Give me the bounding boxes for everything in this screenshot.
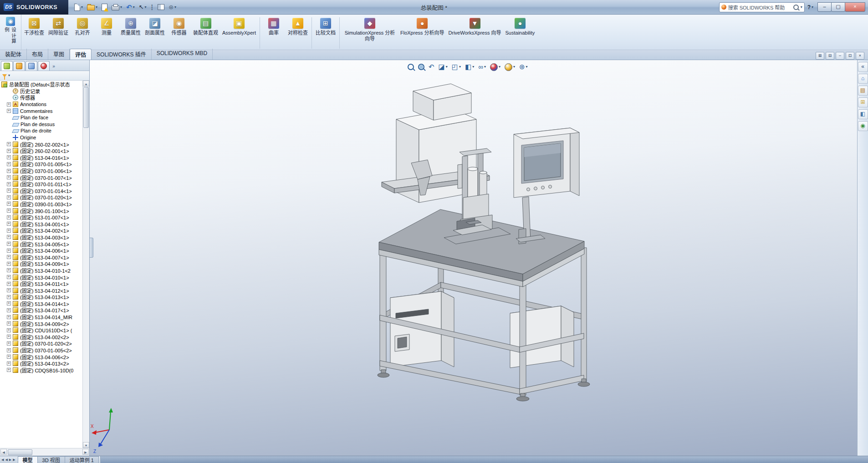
expand-icon[interactable]: + <box>7 229 11 233</box>
expand-icon[interactable]: + <box>7 242 11 246</box>
expand-icon[interactable]: + <box>7 182 11 186</box>
design-library-icon[interactable]: ▤ <box>858 86 868 96</box>
tree-item[interactable]: +(固定) 513-04-017<1> <box>0 307 89 314</box>
file-explorer-icon[interactable]: ⊞ <box>858 97 868 107</box>
expand-icon[interactable]: + <box>7 255 11 259</box>
tab-solidworks-addins[interactable]: SOLIDWORKS 插件 <box>92 49 152 60</box>
select-button[interactable]: ↖▾ <box>138 3 148 12</box>
scrollbar-down-icon[interactable]: ▼ <box>83 442 89 448</box>
featuremanager-tab[interactable] <box>1 61 13 71</box>
tab-assembly[interactable]: 装配体 <box>0 49 27 60</box>
assemblyxpert-button[interactable]: ▣AssemblyXpert <box>220 16 258 37</box>
tree-item[interactable]: +(固定) 513-04-002<2> <box>0 334 89 341</box>
expand-icon[interactable]: + <box>7 355 11 359</box>
expand-icon[interactable]: + <box>7 341 11 346</box>
toolbar-grip-button[interactable]: ┇ <box>149 3 155 12</box>
tree-item[interactable]: +(固定) 513-04-006<1> <box>0 247 89 254</box>
zoom-to-area-button[interactable] <box>417 63 426 71</box>
tree-item[interactable]: +(固定) 513-04-014_MIR <box>0 314 89 321</box>
tree-item[interactable]: Origine <box>0 134 89 141</box>
tree-item[interactable]: +(固定) 513-04-014<1> <box>0 300 89 307</box>
tab-sketch[interactable]: 草图 <box>48 49 70 60</box>
options-button[interactable]: ⊛▾ <box>167 3 178 12</box>
scrollbar-up-icon[interactable]: ▲ <box>83 81 89 86</box>
expand-icon[interactable]: + <box>7 235 11 239</box>
split-view-icon[interactable]: ⊟ <box>826 52 834 60</box>
tree-item[interactable]: Plan de dessus <box>0 121 89 128</box>
tree-item[interactable]: +(固定) 513-04-011<1> <box>0 280 89 287</box>
expand-icon[interactable]: + <box>7 348 11 352</box>
measure-button[interactable]: ∠测量 <box>95 16 118 37</box>
expand-icon[interactable]: + <box>7 315 11 319</box>
expand-icon[interactable]: + <box>7 262 11 266</box>
design-study-button[interactable]: ◉ 设计算例 <box>0 15 21 50</box>
close-doc-icon[interactable]: × <box>856 52 864 60</box>
expand-icon[interactable]: + <box>7 275 11 279</box>
h-scrollbar-thumb[interactable] <box>8 449 32 455</box>
scroll-last-icon[interactable]: ▶ <box>12 458 15 462</box>
solidworks-resources-icon[interactable]: ⌂ <box>858 74 868 84</box>
close-button[interactable]: × <box>845 2 865 12</box>
tree-item[interactable]: +(固定) 0370-01-020<2> <box>0 340 89 347</box>
scroll-prev-icon[interactable]: ◀ <box>5 458 8 462</box>
tree-item[interactable]: Plan de face <box>0 114 89 121</box>
open-document-button[interactable]: ▾ <box>86 3 99 11</box>
tree-item[interactable]: +(固定) 0390-01-003<1> <box>0 201 89 208</box>
expand-icon[interactable]: + <box>7 195 11 199</box>
interference-check-button[interactable]: ⊠干涉检查 <box>22 16 46 37</box>
expand-icon[interactable]: + <box>7 109 11 113</box>
expand-icon[interactable]: + <box>7 162 11 166</box>
tree-item[interactable]: +(固定) 513-01-007<1> <box>0 214 89 221</box>
tree-item[interactable]: +Commentaires <box>0 107 89 114</box>
hole-alignment-button[interactable]: ◎孔对齐 <box>71 16 94 37</box>
section-view-button[interactable]: ◪▾ <box>437 62 449 71</box>
tree-item[interactable]: +(固定) 513-04-010<1> <box>0 274 89 280</box>
mass-properties-button[interactable]: ⊕质量属性 <box>119 16 143 37</box>
tree-vertical-scrollbar[interactable]: ▲ ▼ <box>82 81 89 448</box>
expand-icon[interactable]: + <box>7 142 11 146</box>
search-caret-icon[interactable]: ▾ <box>801 5 802 9</box>
floxpress-wizard-button[interactable]: ●FloXpress 分析向导 <box>398 16 446 37</box>
view-palette-icon[interactable]: ◧ <box>858 109 868 119</box>
section-properties-button[interactable]: ◪剖面属性 <box>143 16 167 37</box>
expand-icon[interactable]: + <box>7 249 11 253</box>
collapse-taskpane-icon[interactable]: « <box>858 62 868 72</box>
scrollbar-right-icon[interactable]: ▶ <box>82 449 89 455</box>
expand-icon[interactable]: + <box>7 282 11 286</box>
tree-item[interactable]: +(固定) 513-04-006<2> <box>0 353 89 360</box>
tab-layout[interactable]: 布局 <box>27 49 48 60</box>
tile-windows-icon[interactable]: ⊞ <box>816 52 824 60</box>
tree-item[interactable]: 传感器 <box>0 94 89 101</box>
tree-item[interactable]: +(固定) CDU1610D<1> ( <box>0 327 89 334</box>
expand-icon[interactable]: + <box>7 175 11 179</box>
expand-icon[interactable]: + <box>7 295 11 299</box>
tree-root-item[interactable]: 总装配图 (Défaut<显示状态 <box>0 81 89 88</box>
graphics-viewport[interactable]: X Z ↶◪▾◰▾◧▾∞▾▾▾⊛▾ <box>90 60 857 456</box>
expand-icon[interactable]: + <box>7 328 11 332</box>
tree-item[interactable]: +(固定) 0370-01-005<2> <box>0 347 89 354</box>
expand-icon[interactable]: + <box>7 209 11 213</box>
tree-item[interactable]: +(固定) 513-04-010-1<2 <box>0 267 89 274</box>
tree-item[interactable]: +(固定) 513-04-005<1> <box>0 240 89 247</box>
curvature-button[interactable]: ▦曲率 <box>262 16 286 37</box>
maximize-button[interactable]: ▢ <box>831 2 845 12</box>
tree-item[interactable]: +(固定) 0370-01-014<1> <box>0 188 89 194</box>
tree-item[interactable]: +(固定) 513-04-016<1> <box>0 154 89 161</box>
view-orientation-button[interactable]: ◰▾ <box>450 62 462 71</box>
search-input[interactable]: 搜索 SOLIDWORKS 帮助 ▾ <box>719 2 805 12</box>
expand-icon[interactable]: + <box>7 268 11 272</box>
tree-item[interactable]: +(固定) 513-04-001<1> <box>0 220 89 227</box>
expand-icon[interactable]: + <box>7 155 11 159</box>
configurationmanager-tab[interactable] <box>26 61 37 71</box>
appearances-icon[interactable]: ◉ <box>858 121 868 131</box>
undo-button[interactable]: ↶▾ <box>125 3 136 12</box>
tree-item[interactable]: +(固定) 513-04-007<1> <box>0 254 89 260</box>
assembly-visualization-button[interactable]: ▤装配体直观 <box>191 16 220 37</box>
tree-item[interactable]: +(固定) 0370-01-005<1> <box>0 161 89 168</box>
tree-item[interactable]: +(固定) 0370-01-007<1> <box>0 174 89 181</box>
expand-icon[interactable]: + <box>7 149 11 153</box>
tree-item[interactable]: +AAnnotations <box>0 101 89 108</box>
scroll-first-icon[interactable]: ◀ <box>1 458 4 462</box>
tree-item[interactable]: +(固定) 0370-01-020<1> <box>0 194 89 201</box>
expand-icon[interactable]: + <box>7 361 11 366</box>
